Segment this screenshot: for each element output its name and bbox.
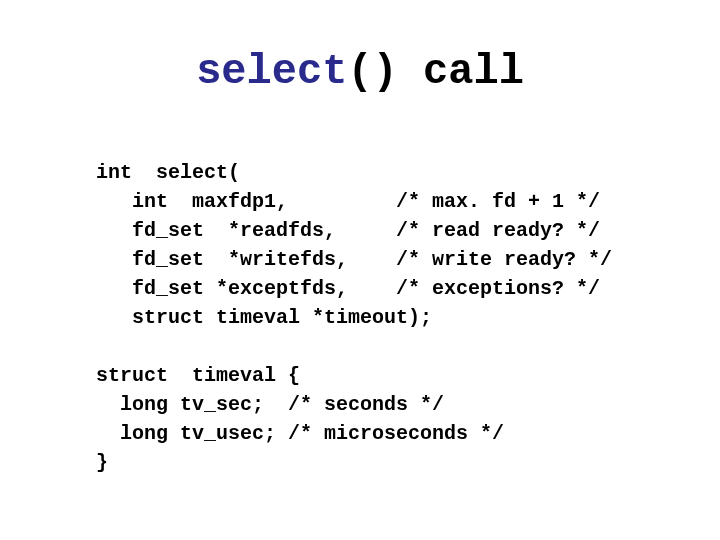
code-block: int select( int maxfdp1, /* max. fd + 1 …	[96, 158, 612, 477]
code-line: int maxfdp1, /* max. fd + 1 */	[96, 190, 600, 213]
code-line: }	[96, 451, 108, 474]
code-line: fd_set *writefds, /* write ready? */	[96, 248, 612, 271]
code-line: long tv_usec; /* microseconds */	[96, 422, 504, 445]
code-line: long tv_sec; /* seconds */	[96, 393, 444, 416]
title-function-name: select	[196, 48, 347, 96]
code-line: int select(	[96, 161, 240, 184]
code-line: struct timeval *timeout);	[96, 306, 432, 329]
title-parens: ()	[347, 48, 397, 96]
code-line: fd_set *exceptfds, /* exceptions? */	[96, 277, 600, 300]
code-line: fd_set *readfds, /* read ready? */	[96, 219, 600, 242]
title-word: call	[398, 48, 524, 96]
code-line: struct timeval {	[96, 364, 300, 387]
slide: select() call int select( int maxfdp1, /…	[0, 0, 720, 540]
slide-title: select() call	[0, 48, 720, 96]
